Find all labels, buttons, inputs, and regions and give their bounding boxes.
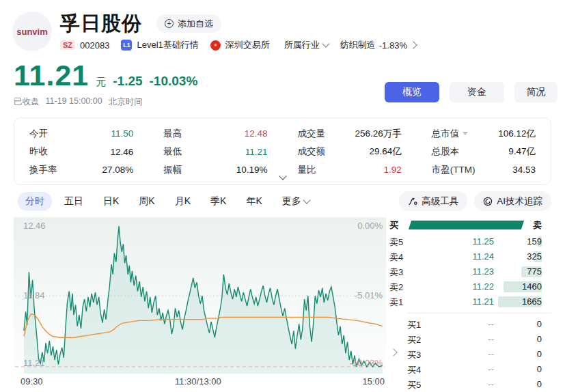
chart-tab-1[interactable]: 分时 bbox=[18, 192, 52, 211]
advanced-tools-label: 高级工具 bbox=[422, 195, 458, 208]
stat-value: 9.47亿 bbox=[508, 145, 536, 158]
chevron-down-icon bbox=[322, 40, 329, 47]
stat-row: 市盈(TTM)34.53 bbox=[432, 162, 536, 178]
price-change-pct: -10.03% bbox=[150, 74, 198, 89]
stat-row: 总股本9.47亿 bbox=[432, 144, 536, 160]
stat-value: 27.08% bbox=[102, 165, 133, 175]
bid-row-买2[interactable]: 买2--0 bbox=[389, 332, 551, 347]
stat-label: 总市值 bbox=[432, 128, 469, 140]
stock-name-title: 孚日股份 bbox=[60, 10, 142, 38]
stat-row: 成交额29.64亿 bbox=[298, 144, 402, 160]
ai-tracking-button[interactable]: AI技术追踪 bbox=[474, 191, 551, 211]
stat-value: 256.26万手 bbox=[355, 128, 401, 140]
caret-down-icon[interactable] bbox=[463, 132, 468, 135]
chart-tab-8[interactable]: 更多 bbox=[275, 192, 317, 211]
stat-row: 今开11.50 bbox=[29, 126, 133, 141]
chart-tab-5[interactable]: 月K bbox=[167, 192, 198, 211]
current-price: 11.21 bbox=[14, 59, 89, 92]
chart-tools: 高级工具 AI技术追踪 bbox=[399, 191, 551, 211]
ob-level-label: 买2 bbox=[407, 334, 421, 346]
industry-change: -1.83% bbox=[379, 40, 407, 51]
buy-sell-pressure-bar bbox=[409, 221, 524, 229]
view-tab-3[interactable]: 简况 bbox=[514, 82, 557, 102]
ask-row-卖2[interactable]: 卖211.221460 bbox=[389, 279, 551, 294]
add-watchlist-button[interactable]: + 添加自选 bbox=[156, 14, 221, 33]
ob-price: -- bbox=[488, 334, 494, 344]
stat-row: 换手率27.08% bbox=[29, 162, 133, 178]
ob-price: 11.23 bbox=[472, 266, 494, 277]
ob-level-label: 卖5 bbox=[389, 236, 403, 249]
ob-price: 11.25 bbox=[472, 236, 494, 247]
stat-row: 最低11.21 bbox=[163, 144, 267, 160]
chart-tab-7[interactable]: 年K bbox=[238, 192, 269, 211]
order-book-divider bbox=[407, 313, 551, 313]
exchange-label: 深圳交易所 bbox=[225, 39, 270, 51]
chevron-down-icon bbox=[279, 172, 286, 180]
ob-volume: 1460 bbox=[522, 281, 542, 292]
stat-row: 最高12.48 bbox=[163, 126, 267, 141]
stat-label: 昨收 bbox=[29, 145, 48, 158]
ob-volume: 0 bbox=[537, 349, 542, 359]
ask-row-卖4[interactable]: 卖411.24325 bbox=[389, 249, 551, 264]
chart-tab-4[interactable]: 周K bbox=[131, 192, 162, 211]
price-unit: 元 bbox=[96, 76, 106, 89]
level1-label: Level1基础行情 bbox=[137, 39, 198, 51]
chart-period-tabs: 分时五日日K周K月K季K年K更多 bbox=[18, 192, 317, 211]
ob-volume: 0 bbox=[537, 334, 542, 344]
stat-row: 昨收12.46 bbox=[29, 144, 133, 160]
stat-value: 12.46 bbox=[110, 147, 133, 157]
ask-row-卖1[interactable]: 卖111.211665 bbox=[389, 294, 551, 309]
ask-row-卖3[interactable]: 卖311.23775 bbox=[389, 264, 551, 279]
add-watchlist-label: 添加自选 bbox=[178, 18, 213, 30]
ob-volume: 0 bbox=[537, 364, 542, 374]
stat-value: 1.92 bbox=[383, 165, 401, 175]
stat-label: 今开 bbox=[29, 128, 48, 140]
ask-row-卖5[interactable]: 卖511.25159 bbox=[389, 234, 551, 249]
chart-tab-6[interactable]: 季K bbox=[203, 192, 234, 211]
stats-expand-button[interactable] bbox=[280, 169, 286, 182]
intraday-chart-canvas bbox=[14, 217, 386, 374]
ob-level-label: 卖3 bbox=[389, 266, 403, 279]
price-change: -1.25 bbox=[113, 74, 142, 89]
ob-volume: 775 bbox=[527, 266, 542, 277]
stats-column-1: 今开11.50昨收12.46换手率27.08% bbox=[14, 126, 148, 178]
bid-row-买1[interactable]: 买1--0 bbox=[389, 317, 551, 332]
quote-timezone: 北京时间 bbox=[109, 96, 143, 108]
chart-tab-3[interactable]: 日K bbox=[96, 192, 126, 211]
order-book-expand-button[interactable] bbox=[391, 347, 396, 357]
bid-row-买4[interactable]: 买4--0 bbox=[389, 362, 551, 377]
view-tab-1[interactable]: 概览 bbox=[385, 82, 439, 102]
stat-label: 最低 bbox=[163, 145, 182, 158]
advanced-tools-button[interactable]: 高级工具 bbox=[399, 191, 467, 211]
ob-volume: 0 bbox=[537, 379, 542, 389]
stock-code: 002083 bbox=[80, 40, 109, 51]
ob-volume: 325 bbox=[527, 251, 542, 262]
order-book-panel: 买 卖 卖511.25159卖411.24325卖311.23775卖211.2… bbox=[389, 217, 551, 391]
stat-value: 10.19% bbox=[236, 165, 268, 175]
ob-price: -- bbox=[488, 364, 494, 374]
stat-label: 成交量 bbox=[298, 128, 326, 140]
ob-price: 11.24 bbox=[472, 251, 494, 262]
ob-level-label: 卖1 bbox=[389, 296, 403, 309]
stat-value: 11.21 bbox=[245, 147, 268, 157]
market-status: 已收盘 bbox=[14, 96, 40, 108]
stat-label: 振幅 bbox=[163, 164, 182, 176]
bid-row-买5[interactable]: 买5--0 bbox=[389, 377, 551, 392]
stats-column-4: 总市值106.12亿总股本9.47亿市盈(TTM)34.53 bbox=[417, 126, 551, 178]
price-area-fill bbox=[24, 226, 383, 374]
chart-tab-2[interactable]: 五日 bbox=[57, 192, 91, 211]
intraday-chart[interactable]: 12.46 11.84 11.21 0.00% -5.01% -10.03% bbox=[14, 217, 386, 374]
ob-volume: 1665 bbox=[522, 296, 542, 307]
stat-label: 成交额 bbox=[298, 145, 326, 158]
chevron-down-icon bbox=[303, 196, 310, 204]
ob-price: -- bbox=[488, 379, 494, 389]
ob-level-label: 买4 bbox=[407, 364, 421, 376]
x-axis-close-label: 15:00 bbox=[362, 376, 385, 387]
industry-dropdown[interactable]: 所属行业 bbox=[284, 39, 329, 51]
x-axis-labels: 09:30 11:30/13:00 15:00 bbox=[14, 376, 386, 387]
ob-level-label: 买1 bbox=[407, 319, 421, 331]
industry-link[interactable]: 纺织制造 -1.83% bbox=[340, 39, 416, 51]
view-tab-2[interactable]: 资金 bbox=[450, 82, 504, 102]
ai-tracking-icon bbox=[483, 197, 493, 206]
bid-row-买3[interactable]: 买3--0 bbox=[389, 347, 551, 362]
